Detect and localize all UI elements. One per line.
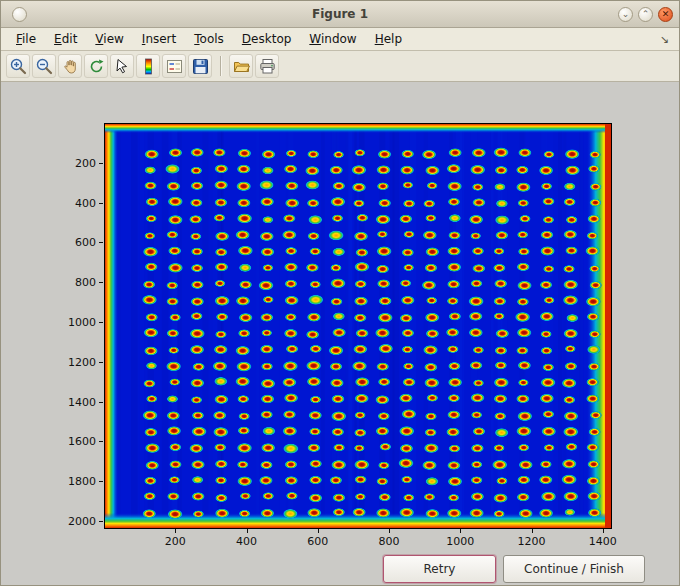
tick-mark — [99, 163, 103, 164]
shade-button[interactable]: ⌄ — [618, 7, 633, 22]
x-tick-label: 1000 — [446, 535, 474, 548]
tick-mark — [99, 282, 103, 283]
tick-mark — [318, 529, 319, 533]
menubar: File Edit View Insert Tools Desktop Wind… — [1, 28, 679, 51]
menu-window[interactable]: Window — [300, 30, 365, 48]
tick-mark — [175, 529, 176, 533]
save-figure-button[interactable] — [188, 54, 212, 78]
x-tick-label: 800 — [379, 535, 400, 548]
tick-mark — [99, 242, 103, 243]
retry-button[interactable]: Retry — [383, 555, 496, 583]
tick-mark — [389, 529, 390, 533]
tick-mark — [532, 529, 533, 533]
tick-mark — [99, 362, 103, 363]
y-tick-label: 1000 — [68, 316, 96, 329]
x-tick-label: 400 — [236, 535, 257, 548]
dock-arrow-icon[interactable]: ↘ — [660, 33, 673, 46]
y-tick-label: 1400 — [68, 395, 96, 408]
continue-finish-button[interactable]: Continue / Finish — [503, 555, 645, 583]
menu-insert[interactable]: Insert — [133, 30, 185, 48]
menu-help[interactable]: Help — [366, 30, 411, 48]
axes — [104, 123, 612, 529]
pan-button[interactable] — [58, 54, 82, 78]
menu-tools[interactable]: Tools — [185, 30, 233, 48]
zoom-out-button[interactable] — [32, 54, 56, 78]
tick-mark — [460, 529, 461, 533]
open-folder-icon — [232, 57, 251, 76]
y-tick-label: 2000 — [68, 515, 96, 528]
window-controls: ⌄ ⌃ ✕ — [613, 7, 673, 22]
figure-canvas-area: Retry Continue / Finish 2004006008001000… — [1, 82, 679, 585]
zoom-in-button[interactable] — [6, 54, 30, 78]
y-tick-label: 1800 — [68, 475, 96, 488]
close-button[interactable]: ✕ — [658, 7, 673, 22]
rotate-3d-button[interactable] — [84, 54, 108, 78]
y-tick-label: 200 — [75, 156, 96, 169]
tick-mark — [99, 521, 103, 522]
y-tick-label: 1200 — [68, 355, 96, 368]
data-cursor-button[interactable] — [110, 54, 134, 78]
tick-mark — [603, 529, 604, 533]
tick-mark — [99, 441, 103, 442]
printer-icon — [258, 57, 277, 76]
insert-legend-button[interactable] — [162, 54, 186, 78]
figure-window: Figure 1 ⌄ ⌃ ✕ File Edit View Insert Too… — [0, 0, 680, 586]
x-tick-label: 600 — [307, 535, 328, 548]
pan-hand-icon — [61, 57, 80, 76]
microarray-image[interactable] — [105, 124, 611, 528]
tick-mark — [99, 203, 103, 204]
zoom-out-icon — [35, 57, 54, 76]
legend-icon — [165, 57, 184, 76]
x-tick-label: 1400 — [589, 535, 617, 548]
data-cursor-icon — [113, 57, 132, 76]
tick-mark — [247, 529, 248, 533]
window-title: Figure 1 — [1, 7, 679, 21]
maximize-button[interactable]: ⌃ — [638, 7, 653, 22]
menu-desktop[interactable]: Desktop — [233, 30, 301, 48]
y-tick-label: 600 — [75, 236, 96, 249]
menu-view[interactable]: View — [86, 30, 132, 48]
zoom-in-icon — [9, 57, 28, 76]
window-menu-button[interactable] — [12, 7, 27, 22]
colorbar-button[interactable] — [136, 54, 160, 78]
menu-file[interactable]: File — [7, 30, 45, 48]
y-tick-label: 400 — [75, 196, 96, 209]
x-tick-label: 200 — [165, 535, 186, 548]
rotate-3d-icon — [87, 57, 106, 76]
tick-mark — [99, 481, 103, 482]
figure-toolbar — [1, 51, 679, 82]
menu-edit[interactable]: Edit — [45, 30, 86, 48]
tick-mark — [99, 402, 103, 403]
x-tick-label: 1200 — [518, 535, 546, 548]
titlebar[interactable]: Figure 1 ⌄ ⌃ ✕ — [1, 1, 679, 28]
y-tick-label: 800 — [75, 276, 96, 289]
toolbar-separator — [220, 56, 221, 76]
save-icon — [191, 57, 210, 76]
colorbar-icon — [139, 57, 158, 76]
print-figure-button[interactable] — [255, 54, 279, 78]
tick-mark — [99, 322, 103, 323]
y-tick-label: 1600 — [68, 435, 96, 448]
open-file-button[interactable] — [229, 54, 253, 78]
